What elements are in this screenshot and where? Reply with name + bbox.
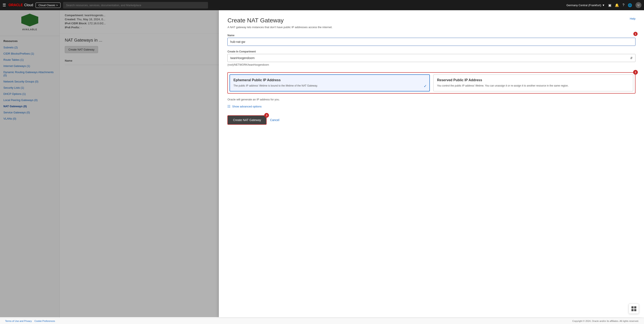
step3-badge: 3 [264, 113, 269, 118]
ephemeral-check-icon: ✓ [424, 84, 427, 88]
compartment-select[interactable]: IwanHoogendoorn ⇵ [228, 54, 636, 62]
reserved-ip-option[interactable]: Reserved Public IP Address You control t… [433, 74, 633, 92]
step2-badge: 2 [633, 70, 638, 74]
terminal-icon[interactable]: ▣ [608, 3, 612, 7]
help-widget[interactable] [629, 304, 639, 314]
show-advanced-label: Show advanced options [232, 105, 262, 108]
navbar-right: Germany Central (Frankfurt) ▼ ▣ 🔔 ? 🌐 U [566, 2, 642, 8]
footer-right: Copyright © 2024, Oracle and/or its affi… [572, 320, 639, 322]
name-form-group: Name 1 [228, 34, 636, 46]
ip-options-row: Ephemeral Public IP Address The public I… [228, 72, 636, 94]
oracle-wordmark: ORACLE [8, 3, 23, 7]
cloud-wordmark: Cloud [24, 3, 33, 7]
advanced-options-icon: ☷ [228, 104, 230, 108]
navbar-icons: ▣ 🔔 ? 🌐 [608, 3, 632, 7]
compartment-path: (root)/NETWORK/IwanHoogendoorn [228, 63, 636, 68]
footer-left: Terms of Use and Privacy Cookie Preferen… [5, 320, 55, 322]
cookie-link[interactable]: Cookie Preferences [34, 320, 55, 322]
compartment-select-chevron-icon: ⇵ [630, 56, 633, 60]
ip-options-container: 2 Ephemeral Public IP Address The public… [228, 72, 636, 94]
modal-overlay: Create NAT Gateway Help A NAT gateway le… [0, 10, 644, 317]
reserved-ip-title: Reserved Public IP Address [437, 78, 630, 82]
modal-title: Create NAT Gateway [228, 17, 636, 24]
help-icon[interactable]: ? [622, 3, 624, 7]
modal-panel: Create NAT Gateway Help A NAT gateway le… [219, 10, 644, 317]
region-label: Germany Central (Frankfurt) [566, 4, 601, 7]
help-grid-icon [632, 306, 636, 311]
step1-badge: 1 [633, 32, 638, 36]
oracle-logo: ORACLE Cloud [8, 3, 33, 7]
ephemeral-ip-option[interactable]: Ephemeral Public IP Address The public I… [230, 74, 430, 92]
compartment-select-value: IwanHoogendoorn [230, 56, 254, 60]
create-btn-wrapper: 3 Create NAT Gateway [228, 115, 266, 125]
modal-description: A NAT gateway lets instances that don't … [228, 26, 636, 29]
compartment-form-label: Create In Compartment [228, 50, 636, 53]
name-label: Name [228, 34, 636, 37]
menu-icon[interactable]: ☰ [2, 3, 6, 8]
copyright-text: Copyright © 2024, Oracle and/or its affi… [572, 320, 639, 322]
footer: Terms of Use and Privacy Cookie Preferen… [0, 318, 644, 324]
bell-icon[interactable]: 🔔 [615, 3, 619, 7]
reserved-ip-desc: You control the public IP address' lifet… [437, 84, 630, 88]
search-input[interactable] [63, 2, 208, 8]
modal-cancel-button[interactable]: Cancel [270, 118, 280, 122]
globe-icon[interactable]: 🌐 [628, 3, 632, 7]
ephemeral-ip-title: Ephemeral Public IP Address [233, 78, 426, 82]
show-advanced-options[interactable]: ☷ Show advanced options [228, 104, 636, 108]
modal-help-link[interactable]: Help [630, 17, 636, 20]
name-input[interactable] [228, 38, 636, 46]
region-chevron-icon: ▼ [602, 4, 605, 7]
modal-create-nat-gateway-button[interactable]: Create NAT Gateway [228, 115, 266, 125]
navbar: ☰ ORACLE Cloud Cloud Classic > Germany C… [0, 0, 644, 10]
avatar[interactable]: U [636, 2, 642, 8]
region-selector[interactable]: Germany Central (Frankfurt) ▼ [566, 4, 605, 7]
compartment-form-group: Create In Compartment IwanHoogendoorn ⇵ … [228, 50, 636, 68]
terms-link[interactable]: Terms of Use and Privacy [5, 320, 32, 322]
ephemeral-ip-desc: The public IP address' lifetime is bound… [233, 84, 426, 88]
modal-footer: 3 Create NAT Gateway Cancel [228, 115, 636, 125]
cloud-classic-button[interactable]: Cloud Classic > [36, 2, 60, 8]
oracle-note: Oracle will generate an IP address for y… [228, 98, 636, 101]
